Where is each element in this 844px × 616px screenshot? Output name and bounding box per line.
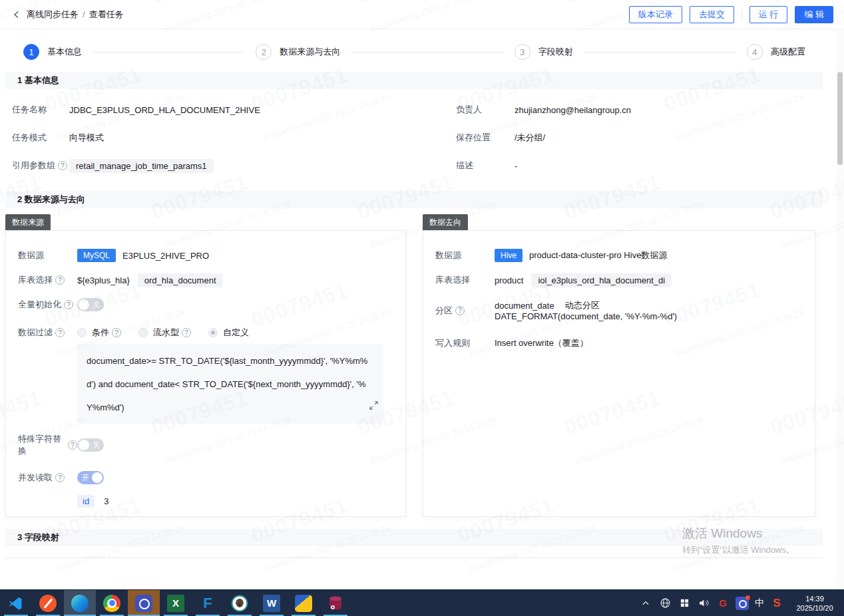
step-number: 3: [515, 44, 530, 60]
step-source-target[interactable]: 2 数据来源与去向: [256, 44, 340, 60]
scrollbar-thumb[interactable]: [837, 72, 843, 165]
step-label: 数据来源与去向: [280, 46, 340, 58]
taskbar-vscode-icon[interactable]: [0, 590, 32, 616]
full-init-toggle[interactable]: 关: [77, 298, 104, 311]
step-number: 1: [23, 44, 39, 60]
param-group-row: 引用参数组 ? retail_manage_job_time_params1: [0, 152, 422, 180]
filter-radio-custom[interactable]: 自定义: [208, 327, 249, 339]
partition-type: 动态分区: [565, 299, 600, 311]
owner-label: 负责人: [456, 104, 515, 116]
help-icon[interactable]: ?: [182, 328, 191, 337]
description-row: 描述 -: [422, 152, 832, 180]
help-icon[interactable]: ?: [64, 300, 73, 309]
radio-dot: [77, 328, 87, 337]
step-basic-info[interactable]: 1 基本信息: [23, 44, 82, 60]
description-value: -: [515, 161, 517, 171]
filter-radio-condition[interactable]: 条件 ?: [77, 327, 121, 339]
system-tray: G 中 S 14:39 2025/10/20: [639, 594, 844, 613]
help-icon[interactable]: ?: [68, 440, 77, 450]
tray-camera-app-icon[interactable]: [736, 597, 749, 610]
param-group-label: 引用参数组 ?: [12, 160, 69, 172]
step-connector: [584, 52, 736, 53]
version-history-button[interactable]: 版本记录: [629, 6, 682, 23]
vertical-scrollbar[interactable]: [836, 30, 844, 589]
task-mode-label: 任务模式: [12, 132, 69, 144]
save-location-label: 保存位置: [456, 132, 515, 144]
toggle-knob: [79, 440, 89, 450]
task-mode-row: 任务模式 向导模式: [0, 124, 422, 152]
step-advanced-config[interactable]: 4 高级配置: [747, 44, 805, 60]
tray-ime-indicator[interactable]: 中: [755, 597, 764, 609]
source-table-chip: ord_hla_document: [138, 273, 223, 287]
expand-icon[interactable]: [369, 395, 378, 418]
radio-dot: [138, 328, 148, 337]
taskbar-f-app-icon[interactable]: F: [192, 590, 224, 616]
help-icon[interactable]: ?: [55, 275, 65, 285]
radio-dot: [208, 328, 218, 337]
content-divider: [5, 557, 823, 558]
taskbar-excel-icon[interactable]: X: [160, 590, 192, 616]
help-icon[interactable]: ?: [55, 473, 65, 482]
tray-g-app-icon[interactable]: G: [716, 597, 730, 610]
split-num-value: 3: [104, 496, 108, 506]
data-target-panel: 数据去向 数据源 Hive product-data-cluster-pro H…: [423, 214, 815, 517]
concurrent-read-toggle[interactable]: 开: [77, 471, 104, 484]
task-name-value: JDBC_E3PLUS_ORD_HLA_DOCUMENT_2HIVE: [69, 105, 260, 115]
taskbar-yellow-tool-icon[interactable]: [288, 590, 319, 616]
step-field-mapping[interactable]: 3 字段映射: [515, 44, 573, 60]
full-init-label: 全量初始化 ?: [18, 299, 77, 311]
data-target-tab: 数据去向: [423, 214, 468, 230]
step-connector: [351, 52, 503, 53]
source-datasource-label: 数据源: [18, 249, 77, 261]
full-init-row: 全量初始化 ? 关: [18, 297, 393, 312]
taskbar-edge-icon[interactable]: [64, 590, 96, 616]
step-connector: [93, 52, 245, 53]
go-submit-button[interactable]: 去提交: [690, 6, 734, 23]
owner-value: zhujianzhong@heilangroup.cn: [515, 105, 631, 115]
taskbar-pen-app-icon[interactable]: [32, 590, 64, 616]
filter-sql-textarea[interactable]: document_date>= STR_TO_DATE('${last_mont…: [77, 344, 383, 424]
edit-button[interactable]: 编 辑: [795, 6, 833, 23]
task-name-label: 任务名称: [12, 104, 69, 116]
task-mode-value: 向导模式: [69, 132, 104, 144]
task-name-row: 任务名称 JDBC_E3PLUS_ORD_HLA_DOCUMENT_2HIVE: [0, 96, 422, 124]
filter-radio-stream[interactable]: 流水型 ?: [138, 327, 191, 339]
help-icon[interactable]: ?: [112, 328, 121, 337]
back-icon[interactable]: [11, 9, 23, 21]
write-rule-label: 写入规则: [435, 337, 495, 349]
taskbar-chrome-icon[interactable]: [96, 590, 128, 616]
partition-field: document_date: [495, 301, 554, 311]
step-indicator: 1 基本信息 2 数据来源与去向 3 字段映射 4 高级配置: [0, 37, 832, 67]
tray-network-globe-icon[interactable]: [658, 597, 672, 610]
taskbar-chat-app-icon[interactable]: [128, 590, 160, 616]
target-datasource-label: 数据源: [435, 249, 495, 261]
run-button[interactable]: 运 行: [749, 6, 788, 23]
partition-label: 分区 ?: [435, 305, 495, 317]
split-key-chip: id: [77, 495, 95, 508]
partition-row: 分区 ? document_date 动态分区 DATE_FORMAT(docu…: [435, 299, 803, 321]
source-table-row: 库表选择 ? ${e3plus_hla} ord_hla_document: [18, 273, 393, 287]
taskbar-database-tool-icon[interactable]: [319, 590, 351, 616]
tray-chevron-up-icon[interactable]: [639, 597, 652, 610]
step-number: 4: [747, 44, 763, 60]
page-header: 离线同步任务 / 查看任务 版本记录 去提交 运 行 编 辑: [0, 0, 844, 29]
tray-clock[interactable]: 14:39 2025/10/20: [789, 594, 840, 613]
breadcrumb-separator: /: [83, 9, 85, 19]
concurrent-read-label: 并发读取 ?: [18, 472, 77, 484]
target-table-chip: iol_e3plus_ord_hla_document_di: [531, 273, 672, 287]
source-datasource-row: 数据源 MySQL E3PLUS_2HIVE_PRO: [18, 248, 393, 263]
taskbar-word-icon[interactable]: W: [256, 590, 288, 616]
owner-row: 负责人 zhujianzhong@heilangroup.cn: [422, 96, 832, 124]
help-icon[interactable]: ?: [455, 306, 465, 315]
help-icon[interactable]: ?: [55, 328, 65, 337]
tray-sogou-icon[interactable]: S: [770, 597, 783, 610]
mysql-tag: MySQL: [77, 249, 116, 262]
tray-windows-grid-icon[interactable]: [678, 597, 691, 610]
tray-speaker-icon[interactable]: [697, 597, 710, 610]
special-char-toggle[interactable]: 关: [77, 438, 104, 452]
header-actions: 版本记录 去提交 运 行 编 辑: [622, 6, 833, 23]
concurrent-read-row: 并发读取 ? 开: [18, 470, 393, 485]
taskbar-dbeaver-icon[interactable]: [224, 590, 256, 616]
help-icon[interactable]: ?: [58, 161, 67, 170]
breadcrumb-parent[interactable]: 离线同步任务: [27, 9, 79, 21]
